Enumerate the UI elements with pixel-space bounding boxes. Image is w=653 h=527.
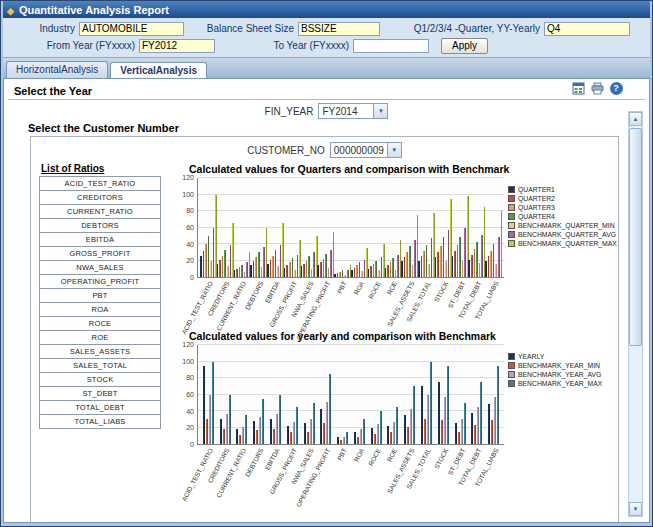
- export-icon[interactable]: [571, 81, 585, 95]
- vertical-scrollbar[interactable]: [628, 111, 643, 517]
- bar: [329, 374, 331, 444]
- apply-button[interactable]: Apply: [441, 38, 488, 54]
- ratio-cell: TOTAL_DEBT: [39, 400, 161, 415]
- category-label: PBT: [334, 445, 351, 495]
- bar-group: [234, 178, 251, 277]
- scroll-track[interactable]: [629, 126, 642, 502]
- bar-group: [250, 345, 267, 444]
- bar: [306, 261, 308, 277]
- chart-body: 020406080100120 ACID_TEST_RATIOCREDITORS…: [175, 345, 610, 495]
- divider: [8, 99, 645, 100]
- legend-item: YEARLY: [508, 353, 610, 360]
- bar: [413, 386, 415, 444]
- ratio-cell: CURRENT_RATIO: [39, 204, 161, 219]
- bar: [307, 432, 309, 444]
- x-axis-labels: ACID_TEST_RATIOCREDITORSCURRENT_RATIODEB…: [197, 445, 504, 495]
- panel-toolbar: ?: [571, 81, 623, 95]
- scroll-down-button[interactable]: [629, 502, 642, 516]
- bar: [373, 264, 375, 277]
- bar: [438, 382, 440, 444]
- quarter-yearly-label: Q1/2/3/4 -Quarter, YY-Yearly: [390, 23, 540, 34]
- legend-label: YEARLY: [518, 353, 544, 360]
- bar-group: [217, 345, 234, 444]
- print-icon[interactable]: [590, 81, 604, 95]
- bar-group: [452, 178, 469, 277]
- bar: [270, 260, 272, 277]
- y-axis-tick: 120: [182, 174, 194, 182]
- bar: [447, 366, 449, 444]
- bar-group: [234, 345, 251, 444]
- legend-item: BENCHMARK_QUARTER_AVG: [508, 231, 610, 238]
- legend-label: BENCHMARK_QUARTER_MAX: [518, 240, 617, 247]
- bar: [495, 264, 497, 277]
- bar: [393, 422, 395, 444]
- balance-sheet-size-input[interactable]: [298, 22, 380, 36]
- bar: [354, 268, 356, 277]
- bar: [323, 423, 325, 444]
- legend-swatch: [508, 353, 515, 360]
- bar: [310, 419, 312, 444]
- customer-no-select[interactable]: 000000009: [330, 142, 402, 158]
- bar: [464, 403, 466, 444]
- bar-group: [301, 178, 318, 277]
- window-title: Quantitative Analysis Report: [19, 4, 169, 16]
- bar: [356, 265, 358, 277]
- bar: [303, 264, 305, 277]
- bar: [437, 252, 439, 277]
- bar-group: [217, 178, 234, 277]
- scroll-up-button[interactable]: [629, 112, 642, 126]
- bar-group: [401, 178, 418, 277]
- bar: [205, 244, 207, 277]
- title-bar: Quantitative Analysis Report: [3, 1, 650, 18]
- tab-vertical-analysis[interactable]: VerticalAnalysis: [110, 62, 207, 79]
- bar: [410, 409, 412, 444]
- bar: [497, 366, 499, 444]
- bar-group: [267, 178, 284, 277]
- industry-input[interactable]: [79, 22, 184, 36]
- y-axis-tick: 0: [190, 441, 194, 449]
- scroll-thumb[interactable]: [629, 128, 642, 346]
- help-icon[interactable]: ?: [609, 81, 623, 95]
- from-year-input[interactable]: [139, 39, 215, 53]
- category-label: SALES_TOTAL: [418, 278, 435, 328]
- bar-group: [368, 178, 385, 277]
- select-year-label: Select the Year: [14, 85, 649, 97]
- bar-group: [250, 178, 267, 277]
- bar: [250, 265, 252, 277]
- chevron-down-icon[interactable]: [373, 104, 387, 118]
- bar: [498, 237, 500, 277]
- legend-item: QUARTER4: [508, 213, 610, 220]
- bar: [279, 395, 281, 445]
- bar-group: [452, 345, 469, 444]
- legend-swatch: [508, 213, 515, 220]
- bar: [229, 395, 231, 445]
- fin-year-select[interactable]: FY2014: [318, 103, 388, 119]
- bar: [337, 273, 339, 277]
- to-year-input[interactable]: [353, 39, 429, 53]
- legend-item: QUARTER2: [508, 195, 610, 202]
- ratio-cell: ST_DEBT: [39, 386, 161, 401]
- bar: [493, 244, 495, 277]
- bar: [317, 265, 319, 277]
- bar: [346, 432, 348, 444]
- tab-horizontal-analysis[interactable]: HorizontalAnalysis: [6, 61, 108, 78]
- legend-item: BENCHMARK_YEAR_AVG: [508, 371, 610, 378]
- ratio-cell: NWA_SALES: [39, 260, 161, 275]
- ratio-cell: SALES_TOTAL: [39, 358, 161, 373]
- bar: [455, 423, 457, 444]
- balance-sheet-size-label: Balance Sheet Size: [202, 23, 294, 34]
- bar: [443, 237, 445, 277]
- bar: [280, 245, 282, 277]
- chevron-down-icon[interactable]: [387, 143, 401, 157]
- chart-body: 020406080100120 ACID_TEST_RATIOCREDITORS…: [175, 178, 610, 328]
- legend-swatch: [508, 222, 515, 229]
- bar-group: [317, 178, 334, 277]
- legend-swatch: [508, 362, 515, 369]
- quarter-input[interactable]: [544, 22, 630, 36]
- bar: [361, 271, 363, 277]
- bar: [219, 260, 221, 277]
- bar: [479, 263, 481, 277]
- bar: [253, 261, 255, 277]
- bar-group: [469, 178, 486, 277]
- bar: [448, 230, 450, 277]
